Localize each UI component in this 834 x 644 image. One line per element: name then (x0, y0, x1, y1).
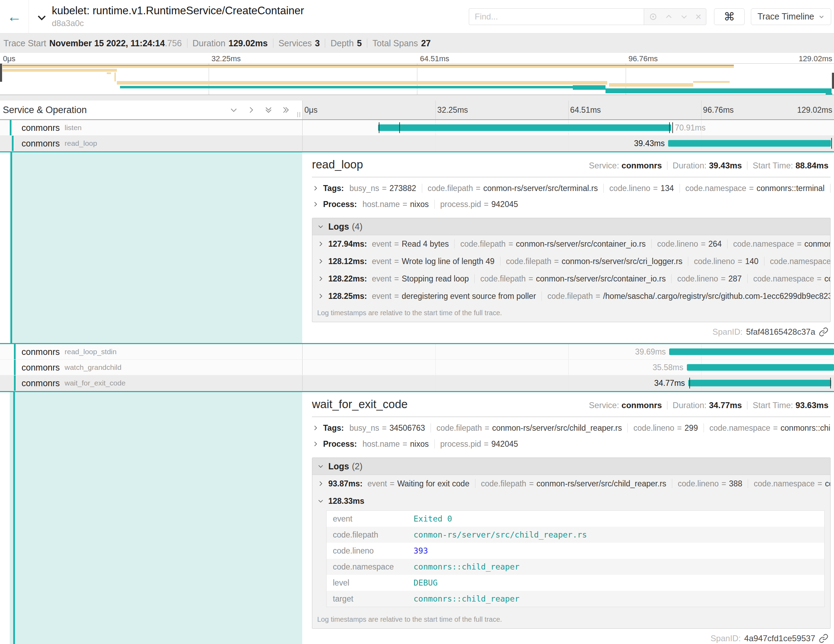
field-value: 388 (729, 479, 742, 489)
timeline-minimap[interactable] (0, 63, 834, 95)
view-selector-button[interactable]: Trace Timeline (751, 8, 831, 25)
expand-one-icon[interactable] (247, 105, 255, 115)
span-row-timeline-cell[interactable]: 39.43ms (302, 136, 834, 151)
stat-value: conmonrs (622, 161, 662, 170)
link-icon[interactable] (819, 634, 828, 643)
span-row-name-cell[interactable]: conmonrslisten (0, 120, 302, 135)
field-equals: = (721, 479, 726, 489)
stat-separator (667, 401, 668, 409)
find-prev-icon[interactable] (664, 13, 673, 21)
stat-value: 93.63ms (795, 400, 828, 410)
span-duration-label: 35.58ms (653, 363, 684, 372)
span-row-timeline-cell[interactable]: 35.58ms (302, 360, 834, 375)
chevron-right-icon[interactable] (317, 258, 324, 265)
span-row[interactable]: conmonrslisten70.91ms (0, 120, 834, 136)
span-row[interactable]: conmonrsread_loop39.43ms (0, 136, 834, 151)
log-entry-row[interactable]: 128.22ms:event=Stopping read loopcode.fi… (312, 270, 830, 287)
collapse-all-icon[interactable] (229, 105, 238, 115)
field-separator (603, 184, 604, 193)
span-detail-content: read_loopService:conmonrsDuration:39.43m… (302, 152, 834, 343)
find-input[interactable] (469, 8, 644, 25)
chevron-right-icon[interactable] (312, 201, 319, 208)
span-row-timeline-cell[interactable]: 39.69ms (302, 344, 834, 359)
span-duration-bar[interactable] (668, 140, 831, 147)
log-kv-key: target (326, 594, 414, 604)
field-equals: = (817, 479, 822, 489)
field-key: event (372, 274, 391, 283)
link-icon[interactable] (819, 327, 828, 337)
log-entry-row[interactable]: 128.25ms:event=deregistering event sourc… (312, 287, 830, 305)
ruler-gridline (701, 100, 701, 119)
summary-value: 27 (421, 38, 431, 49)
summary-value: 3 (315, 38, 320, 49)
field-key: code.namespace (770, 257, 830, 266)
minimap-span-bar-teal (120, 86, 573, 88)
log-entry-row[interactable]: 127.94ms:event=Read 4 bytescode.filepath… (312, 235, 830, 252)
span-row-name-cell[interactable]: conmonrsread_loop_stdin (0, 344, 302, 359)
span-detail-stats: Service:conmonrsDuration:34.77msStart Ti… (589, 400, 831, 410)
locate-icon[interactable] (649, 12, 658, 21)
find-clear-icon[interactable]: × (695, 11, 701, 23)
logs-panel-header[interactable]: Logs(4) (312, 218, 830, 235)
log-entry-row[interactable]: 93.87ms:event=Waiting for exit codecode.… (312, 475, 830, 492)
minimap-footer-strip (0, 95, 834, 100)
kv-field: code.lineno=299 (633, 424, 698, 433)
log-kv-key: code.filepath (326, 530, 414, 540)
chevron-right-icon[interactable] (312, 185, 319, 192)
span-duration-bar[interactable] (688, 380, 831, 387)
minimap-left-handle[interactable] (0, 64, 2, 82)
span-row[interactable]: conmonrsread_loop_stdin39.69ms (0, 344, 834, 360)
span-row[interactable]: conmonrswatch_grandchild35.58ms (0, 360, 834, 375)
logs-panel-header[interactable]: Logs(2) (312, 458, 830, 475)
field-key: busy_ns (349, 184, 380, 193)
field-separator (627, 424, 628, 432)
span-row-name-cell[interactable]: conmonrsread_loop (0, 136, 302, 151)
logs-count: (2) (352, 461, 363, 471)
span-duration-bar[interactable] (378, 125, 671, 131)
span-row-timeline-cell[interactable]: 34.77ms (302, 375, 834, 391)
log-kv-row: eventExited 0 (326, 511, 824, 527)
chevron-right-icon[interactable] (317, 275, 324, 282)
collapse-trace-chevron-icon[interactable] (36, 12, 48, 24)
span-row-name-cell[interactable]: conmonrswait_for_exit_code (0, 375, 302, 391)
minimap-span-bar-tan (117, 81, 607, 84)
chevron-right-icon[interactable] (317, 480, 324, 487)
summary-separator (367, 39, 367, 48)
minimap-right-handle[interactable] (832, 73, 834, 89)
log-field: code.filepath=conmon-rs/server/src/child… (481, 479, 666, 489)
span-duration-bar[interactable] (687, 364, 834, 371)
field-separator (500, 257, 501, 266)
field-value: conmon… (824, 274, 830, 283)
chevron-down-icon[interactable] (317, 498, 324, 505)
keyboard-shortcuts-button[interactable]: ⌘ (714, 8, 745, 25)
span-duration-bar[interactable] (669, 349, 834, 355)
field-key: code.lineno (609, 184, 650, 193)
log-entry-row[interactable]: 128.33ms (312, 492, 830, 510)
span-service-name: conmonrs (21, 347, 60, 357)
back-button[interactable]: ← (0, 0, 29, 33)
column-resizer-grip[interactable] (297, 112, 300, 117)
summary-value: November 15 2022, 11:24:14 (49, 38, 165, 49)
span-row-timeline-cell[interactable]: 70.91ms (302, 120, 834, 135)
expand-all-icon[interactable] (281, 105, 290, 115)
span-row[interactable]: conmonrswait_for_exit_code34.77ms (0, 375, 834, 391)
find-controls: × (644, 8, 706, 25)
log-timestamp: 127.94ms: (328, 239, 367, 249)
find-next-icon[interactable] (680, 13, 688, 21)
field-key: event (372, 291, 391, 301)
chevron-right-icon[interactable] (312, 424, 319, 431)
field-equals: = (394, 239, 399, 249)
span-service-name: conmonrs (21, 378, 60, 388)
log-field: code.lineno=140 (694, 257, 758, 266)
collapse-deep-icon[interactable] (264, 105, 273, 115)
chevron-right-icon[interactable] (317, 293, 324, 299)
kv-field: busy_ns=34506763 (349, 424, 425, 433)
detail-divider (312, 177, 831, 178)
chevron-right-icon[interactable] (312, 440, 319, 447)
chevron-right-icon[interactable] (317, 240, 324, 248)
log-kv-value: conmonrs::child_reaper (414, 562, 520, 571)
log-entry-row[interactable]: 128.12ms:event=Wrote log line of length … (312, 252, 830, 270)
span-row-name-cell[interactable]: conmonrswatch_grandchild (0, 360, 302, 375)
find-group: × (469, 8, 706, 25)
span-operation-name: read_loop_stdin (65, 348, 116, 356)
